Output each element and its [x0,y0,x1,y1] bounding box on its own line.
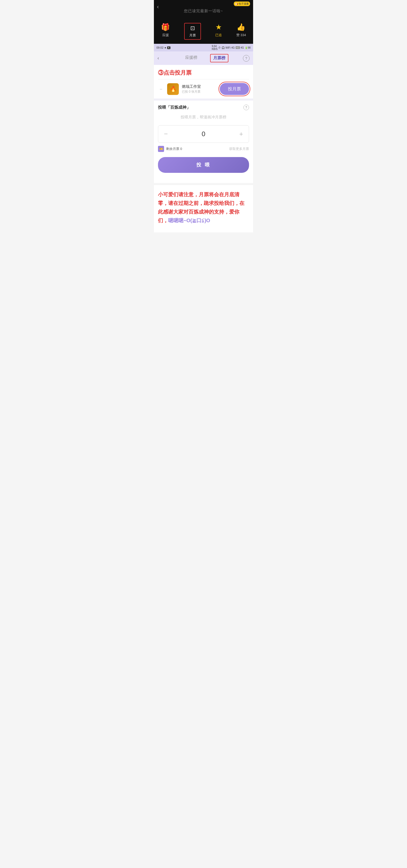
status-right: 9.64KB/S ⏱ 🎧 WiFi 4G HD 4G 🔋98 [212,45,250,51]
ticket-icon-menu: ⊡ [190,25,195,32]
stepper-box: − 0 + [158,125,249,143]
like-icon: 👍 [237,23,245,31]
menu-item-star[interactable]: ★ 已追 [215,23,222,40]
status-dot: ● [165,46,166,49]
studio-info: 燃哉工作室 已投 0 张月票 [182,84,217,94]
clock-icon: ⏱ [218,46,221,49]
step-title: ③点击投月票 [154,65,253,79]
app-logo-badge: 🍞 包子漫畫 [234,2,250,6]
star-label: 已追 [215,33,222,37]
minus-button[interactable]: − [158,130,173,138]
tab-support[interactable]: 应援榜 [183,54,200,62]
back-button-nav[interactable]: ‹ [158,56,159,61]
feed-title-row: 投喂「百炼成神」 ? [158,104,249,110]
header-title: 您已读完最新一话啦~ [184,9,223,13]
studio-name: 燃哉工作室 [182,84,217,89]
status-bar: 09:02 ● K 9.64KB/S ⏱ 🎧 WiFi 4G HD 4G 🔋98 [154,44,253,52]
vote-monthly-button[interactable]: 投月票 [220,83,249,95]
signal-4g-2: 4G [241,46,244,49]
headphone-icon: 🎧 [222,46,225,49]
signal-4g: 4G [231,46,235,49]
feed-section: 投喂「百炼成神」 ? 投喂月票，帮漫画冲月票榜 [154,100,253,125]
nav-bar: ‹ 应援榜 月票榜 ? [154,52,253,65]
feed-title-text: 投喂「百炼成神」 [158,105,191,110]
remaining-left: 🎫 剩余月票 0 [158,146,182,152]
notice-highlight: 嗯嗯嗯~O(≧口≦)O [168,218,210,223]
like-label: 赞 334 [236,33,246,37]
notice-section: 小可爱们请注意，月票将会在月底清零，请在过期之前，跪求投给我们，在此感谢大家对百… [154,185,253,232]
studio-avatar: 🔥 [167,83,179,95]
logo-icon: 🍞 [235,3,238,5]
help-button[interactable]: ? [243,55,249,62]
wifi-icon: WiFi [225,46,231,49]
notice-text: 小可爱们请注意，月票将会在月底清零，请在过期之前，跪求投给我们，在此感谢大家对百… [158,190,249,225]
back-button-top[interactable]: ‹ [157,4,159,10]
gift-label: 应援 [162,33,169,37]
nav-tabs: 应援榜 月票榜 [162,54,249,62]
remaining-label: 剩余月票 0 [166,147,182,151]
menu-item-ticket[interactable]: ⊡ 月票 [184,23,201,40]
remaining-row: 🎫 剩余月票 0 获取更多月票 [154,143,253,155]
feed-help-icon[interactable]: ? [243,104,249,110]
top-header: ‹ 您已读完最新一话啦~ 🍞 包子漫畫 [154,0,253,20]
studio-sub: 已投 0 张月票 [182,90,217,94]
menu-item-gift[interactable]: 🎁 应援 [161,23,170,40]
get-more-link[interactable]: 获取更多月票 [229,147,249,151]
plus-button[interactable]: + [234,130,249,138]
studio-rank: -- [158,87,164,91]
flame-icon: 🔥 [167,83,179,95]
status-time: 09:02 [157,46,164,49]
star-icon: ★ [215,23,222,31]
tab-monthly[interactable]: 月票榜 [210,54,229,62]
studio-row: -- 🔥 燃哉工作室 已投 0 张月票 投月票 [154,80,253,98]
menu-item-like[interactable]: 👍 赞 334 [236,23,246,40]
ticket-remaining-icon: 🎫 [158,146,164,152]
kb-speed: 9.64KB/S [212,45,217,51]
submit-feed-button[interactable]: 投 喂 [158,157,249,173]
gift-icon: 🎁 [161,23,170,31]
stepper-value: 0 [173,130,234,138]
main-content: ③点击投月票 -- 🔥 燃哉工作室 已投 0 张月票 投月票 投喂「百炼成神」 … [154,65,253,183]
status-brand: K [167,46,170,49]
section-divider [154,98,253,100]
status-left: 09:02 ● K [157,46,170,49]
icon-menu: 🎁 应援 ⊡ 月票 ★ 已追 👍 赞 334 [154,20,253,44]
hd-badge: HD [236,46,240,49]
logo-text: 包子漫畫 [239,2,249,6]
battery-icon: 🔋98 [245,46,250,49]
ticket-label: 月票 [189,33,196,38]
feed-subtitle: 投喂月票，帮漫画冲月票榜 [158,110,249,123]
